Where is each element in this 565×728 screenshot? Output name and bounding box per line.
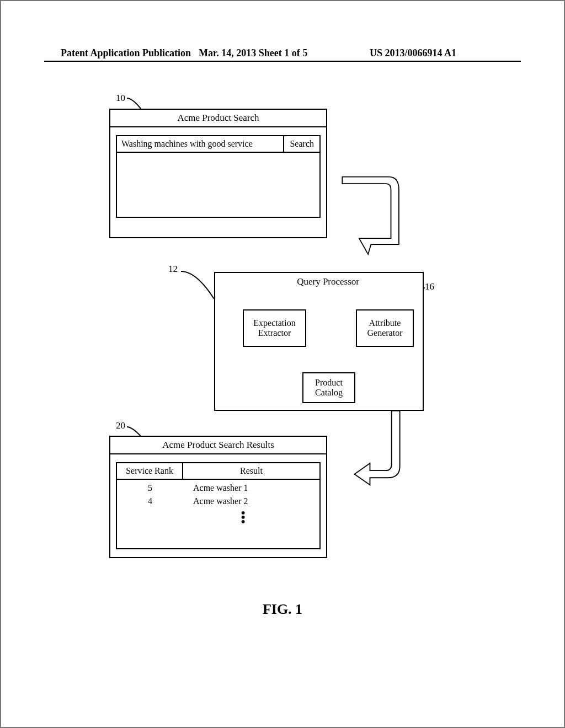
leader-12 [180, 270, 218, 303]
header-patent-number: US 2013/0066914 A1 [370, 47, 456, 59]
expectation-extractor-l1: Expectation [244, 318, 305, 328]
ref-20: 20 [116, 420, 125, 431]
results-window-title: Acme Product Search Results [110, 437, 326, 454]
product-catalog-box: Product Catalog [302, 372, 355, 403]
query-processor-box: Query Processor Expectation Extractor At… [214, 272, 424, 411]
table-row: 5 Acme washer 1 [117, 483, 319, 493]
cell-rank: 4 [117, 496, 183, 506]
search-results-area-empty [116, 153, 321, 218]
product-catalog-l2: Catalog [303, 388, 354, 398]
attribute-generator-l2: Generator [357, 328, 413, 338]
expectation-extractor-l2: Extractor [244, 328, 305, 338]
search-row: Washing machines with good service Searc… [116, 135, 321, 153]
table-row: 4 Acme washer 2 [117, 496, 319, 506]
search-input[interactable]: Washing machines with good service [116, 135, 284, 153]
flow-arrow-down [338, 170, 409, 259]
results-table: Service Rank Result 5 Acme washer 1 4 Ac… [116, 462, 321, 549]
header-rule [44, 61, 521, 62]
expectation-extractor-box: Expectation Extractor [243, 309, 306, 347]
figure-label: FIG. 1 [0, 601, 565, 618]
search-window-title: Acme Product Search [110, 110, 326, 127]
search-window: Acme Product Search Washing machines wit… [109, 109, 327, 238]
header-publication: Patent Application Publication [61, 47, 191, 59]
attribute-generator-l1: Attribute [357, 318, 413, 328]
flow-arrow-return [338, 410, 409, 487]
ref-12: 12 [168, 264, 178, 275]
cell-result: Acme washer 1 [183, 483, 319, 493]
ref-10: 10 [116, 93, 125, 104]
col-service-rank: Service Rank [117, 463, 183, 479]
results-window: Acme Product Search Results Service Rank… [109, 436, 327, 558]
search-button[interactable]: Search [284, 135, 321, 153]
header-date-sheet: Mar. 14, 2013 Sheet 1 of 5 [199, 47, 307, 59]
col-result: Result [183, 463, 319, 479]
ellipsis-icon: ••• [117, 511, 319, 524]
query-processor-title: Query Processor [297, 276, 359, 287]
cell-result: Acme washer 2 [183, 496, 319, 506]
results-table-header: Service Rank Result [117, 463, 319, 480]
product-catalog-l1: Product [303, 378, 354, 388]
attribute-generator-box: Attribute Generator [356, 309, 414, 347]
cell-rank: 5 [117, 483, 183, 493]
